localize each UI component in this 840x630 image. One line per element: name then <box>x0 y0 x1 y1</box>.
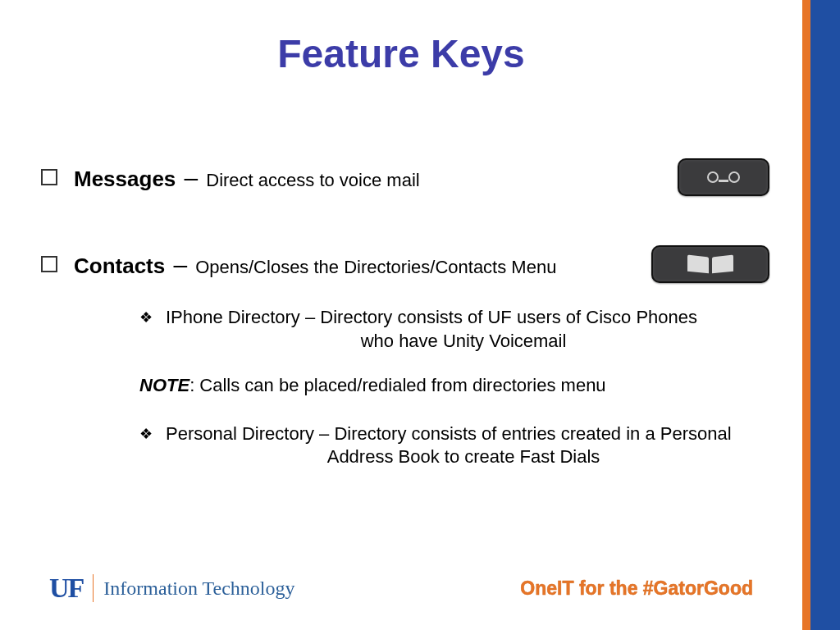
stripe-orange <box>802 0 810 630</box>
uf-mark: UF <box>49 573 83 604</box>
note-text: : Calls can be placed/redialed from dire… <box>189 375 605 395</box>
sub-item-personal-directory: ❖ Personal Directory – Directory consist… <box>139 422 761 469</box>
item-label: Contacts <box>74 253 165 278</box>
item-text: Messages – Direct access to voice mail <box>74 162 668 194</box>
dash: – <box>180 164 201 191</box>
checkbox-bullet-icon <box>41 256 57 272</box>
sub-text: IPhone Directory – Directory consists of… <box>166 306 761 353</box>
sub-line2: Address Book to create Fast Dials <box>166 445 761 469</box>
item-contacts: Contacts – Opens/Closes the Directories/… <box>41 245 769 283</box>
book-icon <box>687 256 733 272</box>
uf-dept: Information Technology <box>103 578 294 600</box>
tagline: OneIT for the #GatorGood <box>520 578 753 600</box>
sub-line1: Personal Directory – Directory consists … <box>166 423 732 444</box>
diamond-bullet-icon: ❖ <box>139 425 153 469</box>
page-title: Feature Keys <box>0 31 802 76</box>
voicemail-icon <box>707 171 740 183</box>
sub-item-iphone-directory: ❖ IPhone Directory – Directory consists … <box>139 306 761 353</box>
content-area: Feature Keys Messages – Direct access to… <box>0 0 802 630</box>
item-label: Messages <box>74 167 176 191</box>
item-desc: Direct access to voice mail <box>206 170 419 190</box>
logo-divider <box>93 574 94 602</box>
sub-line1: IPhone Directory – Directory consists of… <box>166 307 697 327</box>
sub-list: ❖ IPhone Directory – Directory consists … <box>41 306 769 353</box>
sub-line2: who have Unity Voicemail <box>166 330 761 354</box>
item-text: Contacts – Opens/Closes the Directories/… <box>74 249 641 281</box>
note-label: NOTE <box>139 375 189 395</box>
sub-text: Personal Directory – Directory consists … <box>166 422 761 469</box>
voicemail-key-button <box>678 158 769 196</box>
note-row: NOTE: Calls can be placed/redialed from … <box>41 374 769 398</box>
item-messages: Messages – Direct access to voice mail <box>41 158 769 196</box>
stripe-blue <box>810 0 840 630</box>
uf-logo: UF Information Technology <box>49 573 294 604</box>
item-desc: Opens/Closes the Directories/Contacts Me… <box>195 257 556 277</box>
body: Messages – Direct access to voice mail C… <box>0 158 802 469</box>
diamond-bullet-icon: ❖ <box>139 308 153 353</box>
slide: Feature Keys Messages – Direct access to… <box>0 0 840 630</box>
checkbox-bullet-icon <box>41 169 57 185</box>
dash: – <box>170 251 190 278</box>
sub-list: ❖ Personal Directory – Directory consist… <box>41 422 769 469</box>
footer: UF Information Technology OneIT for the … <box>49 573 753 604</box>
contacts-key-button <box>651 245 769 283</box>
